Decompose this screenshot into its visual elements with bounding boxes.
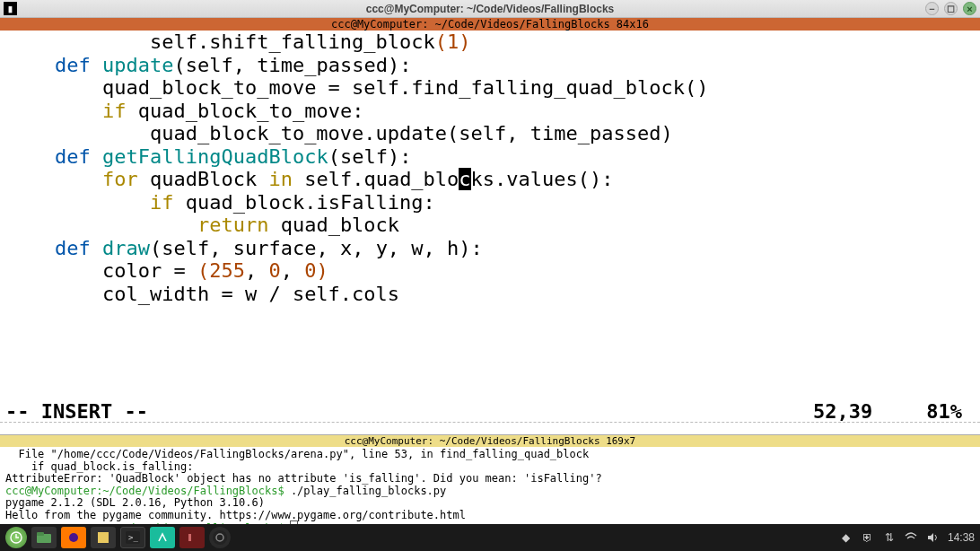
window-titlebar: ▮ ccc@MyComputer: ~/Code/Videos/FallingB… — [0, 0, 980, 18]
taskbar: >_ ◆ ⛨ ⇅ 14:38 — [0, 524, 980, 551]
svg-rect-2 — [37, 532, 44, 536]
app-icon: ▮ — [4, 2, 17, 15]
terminal-line: if quad_block.is_falling: — [5, 461, 975, 474]
minimize-button[interactable]: − — [925, 2, 939, 15]
app3-taskbar-icon[interactable] — [179, 527, 205, 548]
vim-scroll-percent: 81% — [926, 400, 980, 423]
terminal-line: File "/home/ccc/Code/Videos/FallingBlock… — [5, 449, 975, 461]
obs-taskbar-icon[interactable] — [209, 527, 231, 548]
svg-rect-5 — [98, 532, 109, 543]
wifi-icon[interactable] — [905, 531, 917, 544]
svg-point-10 — [213, 530, 227, 545]
cursor: c — [459, 168, 470, 190]
volume-icon[interactable] — [926, 531, 939, 544]
window-title: ccc@MyComputer: ~/Code/Videos/FallingBlo… — [366, 3, 615, 15]
code-line: quad_block_to_move = self.find_falling_q… — [0, 76, 980, 100]
tray-icon[interactable]: ◆ — [840, 531, 853, 544]
terminal-pane[interactable]: File "/home/ccc/Code/Videos/FallingBlock… — [0, 447, 980, 531]
clock[interactable]: 14:38 — [948, 531, 975, 544]
code-line: def draw(self, surface, x, y, w, h): — [0, 237, 980, 260]
code-line: def getFallingQuadBlock(self): — [0, 145, 980, 169]
terminal-line: AttributeError: 'QuadBlock' object has n… — [5, 473, 975, 485]
code-line: if quad_block.isFalling: — [0, 191, 980, 214]
vim-status-bar: -- INSERT -- 52,39 81% — [0, 400, 980, 422]
vim-cursor-position: 52,39 — [813, 400, 926, 423]
system-tray: ◆ ⛨ ⇅ 14:38 — [840, 531, 975, 544]
maximize-button[interactable]: ◻ — [944, 2, 958, 15]
svg-point-4 — [69, 533, 78, 542]
tmux-pane-title-editor: ccc@MyComputer: ~/Code/Videos/FallingBlo… — [0, 18, 980, 31]
code-line: quad_block_to_move.update(self, time_pas… — [0, 122, 980, 145]
vim-editor[interactable]: self.shift_falling_block(1) def update(s… — [0, 31, 980, 400]
app-taskbar-icon[interactable] — [91, 527, 116, 548]
tmux-separator[interactable] — [0, 422, 980, 434]
terminal-line: pygame 2.1.2 (SDL 2.0.16, Python 3.10.6) — [5, 497, 975, 510]
code-line: col_width = w / self.cols — [0, 283, 980, 306]
vim-mode: -- INSERT -- — [0, 400, 148, 423]
window-controls: − ◻ × — [925, 2, 976, 15]
terminal-taskbar-icon[interactable]: >_ — [120, 527, 145, 548]
code-line: return quad_block — [0, 214, 980, 237]
shield-icon[interactable]: ⛨ — [862, 531, 874, 544]
terminal-line: Hello from the pygame community. https:/… — [5, 510, 975, 522]
svg-rect-9 — [188, 534, 191, 541]
network-icon[interactable]: ⇅ — [883, 531, 896, 544]
code-line: def update(self, time_passed): — [0, 54, 980, 77]
terminal-line: ccc@MyComputer:~/Code/Videos/FallingBloc… — [5, 485, 975, 498]
code-line: self.shift_falling_block(1) — [0, 31, 980, 54]
start-menu-button[interactable] — [5, 527, 27, 548]
files-taskbar-icon[interactable] — [31, 527, 57, 548]
tmux-pane-title-terminal: ccc@MyComputer: ~/Code/Videos/FallingBlo… — [0, 434, 980, 447]
svg-rect-8 — [186, 531, 198, 544]
app2-taskbar-icon[interactable] — [150, 527, 175, 548]
code-line: for quadBlock in self.quad_blocks.values… — [0, 168, 980, 191]
firefox-taskbar-icon[interactable] — [61, 527, 86, 548]
svg-text:>_: >_ — [128, 533, 138, 542]
code-line: if quad_block_to_move: — [0, 100, 980, 123]
close-button[interactable]: × — [963, 2, 976, 15]
code-line: color = (255, 0, 0) — [0, 259, 980, 283]
